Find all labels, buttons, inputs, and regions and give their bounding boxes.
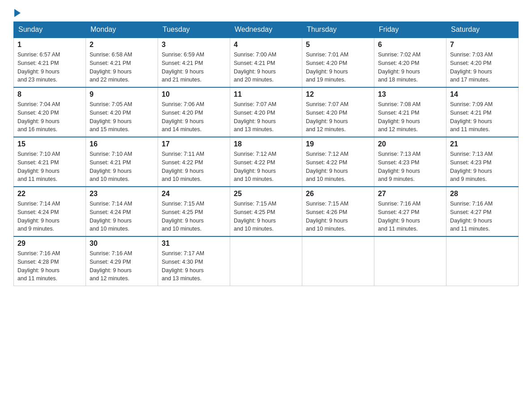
day-info: Sunrise: 7:08 AMSunset: 4:21 PMDaylight:…: [378, 100, 442, 134]
day-info: Sunrise: 7:01 AMSunset: 4:20 PMDaylight:…: [306, 51, 370, 84]
calendar-cell: 23Sunrise: 7:14 AMSunset: 4:24 PMDayligh…: [86, 187, 158, 236]
calendar-week-row: 1Sunrise: 6:57 AMSunset: 4:21 PMDaylight…: [14, 38, 519, 87]
calendar-week-row: 22Sunrise: 7:14 AMSunset: 4:24 PMDayligh…: [14, 187, 519, 236]
calendar-cell: 12Sunrise: 7:07 AMSunset: 4:20 PMDayligh…: [302, 87, 374, 137]
column-header-sunday: Sunday: [14, 22, 86, 38]
day-number: 1: [17, 41, 82, 49]
day-info: Sunrise: 6:57 AMSunset: 4:21 PMDaylight:…: [17, 51, 82, 84]
day-info: Sunrise: 7:09 AMSunset: 4:21 PMDaylight:…: [450, 100, 515, 134]
calendar-cell: 6Sunrise: 7:02 AMSunset: 4:20 PMDaylight…: [374, 38, 446, 87]
calendar-cell: 17Sunrise: 7:11 AMSunset: 4:22 PMDayligh…: [158, 137, 230, 187]
column-header-saturday: Saturday: [446, 22, 519, 38]
day-info: Sunrise: 7:14 AMSunset: 4:24 PMDaylight:…: [90, 200, 154, 233]
calendar-cell: 5Sunrise: 7:01 AMSunset: 4:20 PMDaylight…: [302, 38, 374, 87]
calendar-cell: 19Sunrise: 7:12 AMSunset: 4:22 PMDayligh…: [302, 137, 374, 187]
calendar-cell: 13Sunrise: 7:08 AMSunset: 4:21 PMDayligh…: [374, 87, 446, 137]
calendar-cell: 8Sunrise: 7:04 AMSunset: 4:20 PMDaylight…: [14, 87, 86, 137]
day-number: 14: [450, 90, 515, 98]
day-info: Sunrise: 7:00 AMSunset: 4:21 PMDaylight:…: [234, 51, 298, 84]
day-number: 16: [90, 140, 154, 148]
calendar-table: SundayMondayTuesdayWednesdayThursdayFrid…: [13, 21, 519, 286]
calendar-cell: 15Sunrise: 7:10 AMSunset: 4:21 PMDayligh…: [14, 137, 86, 187]
calendar-cell: 26Sunrise: 7:15 AMSunset: 4:26 PMDayligh…: [302, 187, 374, 236]
day-number: 6: [378, 41, 442, 49]
calendar-body: 1Sunrise: 6:57 AMSunset: 4:21 PMDaylight…: [14, 38, 519, 286]
day-number: 18: [234, 140, 298, 148]
day-info: Sunrise: 7:15 AMSunset: 4:25 PMDaylight:…: [234, 200, 298, 233]
calendar-cell: 29Sunrise: 7:16 AMSunset: 4:28 PMDayligh…: [14, 236, 86, 286]
calendar-cell: [230, 236, 302, 286]
calendar-cell: [374, 236, 446, 286]
day-info: Sunrise: 7:16 AMSunset: 4:27 PMDaylight:…: [450, 200, 515, 233]
day-number: 21: [450, 140, 515, 148]
calendar-cell: 7Sunrise: 7:03 AMSunset: 4:20 PMDaylight…: [446, 38, 519, 87]
day-number: 9: [90, 90, 154, 98]
day-number: 12: [306, 90, 370, 98]
calendar-cell: 24Sunrise: 7:15 AMSunset: 4:25 PMDayligh…: [158, 187, 230, 236]
day-number: 31: [162, 240, 226, 248]
day-info: Sunrise: 7:13 AMSunset: 4:23 PMDaylight:…: [450, 150, 515, 184]
calendar-cell: 16Sunrise: 7:10 AMSunset: 4:21 PMDayligh…: [86, 137, 158, 187]
calendar-week-row: 8Sunrise: 7:04 AMSunset: 4:20 PMDaylight…: [14, 87, 519, 137]
day-info: Sunrise: 7:14 AMSunset: 4:24 PMDaylight:…: [17, 200, 82, 233]
day-number: 10: [162, 90, 226, 98]
day-info: Sunrise: 7:11 AMSunset: 4:22 PMDaylight:…: [162, 150, 226, 184]
logo-arrow-icon: [14, 9, 21, 17]
calendar-cell: 20Sunrise: 7:13 AMSunset: 4:23 PMDayligh…: [374, 137, 446, 187]
calendar-header-row: SundayMondayTuesdayWednesdayThursdayFrid…: [14, 22, 519, 38]
day-number: 13: [378, 90, 442, 98]
day-number: 30: [90, 240, 154, 248]
calendar-cell: 18Sunrise: 7:12 AMSunset: 4:22 PMDayligh…: [230, 137, 302, 187]
calendar-cell: 30Sunrise: 7:16 AMSunset: 4:29 PMDayligh…: [86, 236, 158, 286]
calendar-cell: 21Sunrise: 7:13 AMSunset: 4:23 PMDayligh…: [446, 137, 519, 187]
calendar-cell: 9Sunrise: 7:05 AMSunset: 4:20 PMDaylight…: [86, 87, 158, 137]
calendar-cell: 31Sunrise: 7:17 AMSunset: 4:30 PMDayligh…: [158, 236, 230, 286]
day-info: Sunrise: 7:10 AMSunset: 4:21 PMDaylight:…: [17, 150, 82, 184]
day-number: 15: [17, 140, 82, 148]
day-number: 2: [90, 41, 154, 49]
column-header-monday: Monday: [86, 22, 158, 38]
calendar-cell: 22Sunrise: 7:14 AMSunset: 4:24 PMDayligh…: [14, 187, 86, 236]
day-number: 5: [306, 41, 370, 49]
day-info: Sunrise: 7:16 AMSunset: 4:28 PMDaylight:…: [17, 249, 82, 283]
day-number: 26: [306, 190, 370, 198]
logo: [13, 9, 21, 17]
day-info: Sunrise: 7:13 AMSunset: 4:23 PMDaylight:…: [378, 150, 442, 184]
day-info: Sunrise: 7:17 AMSunset: 4:30 PMDaylight:…: [162, 249, 226, 283]
day-info: Sunrise: 7:07 AMSunset: 4:20 PMDaylight:…: [306, 100, 370, 134]
day-number: 24: [162, 190, 226, 198]
day-number: 27: [378, 190, 442, 198]
day-number: 8: [17, 90, 82, 98]
calendar-cell: [302, 236, 374, 286]
day-info: Sunrise: 7:02 AMSunset: 4:20 PMDaylight:…: [378, 51, 442, 84]
calendar-cell: 27Sunrise: 7:16 AMSunset: 4:27 PMDayligh…: [374, 187, 446, 236]
day-number: 4: [234, 41, 298, 49]
day-info: Sunrise: 7:15 AMSunset: 4:26 PMDaylight:…: [306, 200, 370, 233]
day-info: Sunrise: 7:12 AMSunset: 4:22 PMDaylight:…: [234, 150, 298, 184]
calendar-cell: 4Sunrise: 7:00 AMSunset: 4:21 PMDaylight…: [230, 38, 302, 87]
day-info: Sunrise: 6:59 AMSunset: 4:21 PMDaylight:…: [162, 51, 226, 84]
day-number: 22: [17, 190, 82, 198]
day-number: 28: [450, 190, 515, 198]
day-number: 3: [162, 41, 226, 49]
day-info: Sunrise: 6:58 AMSunset: 4:21 PMDaylight:…: [90, 51, 154, 84]
column-header-wednesday: Wednesday: [230, 22, 302, 38]
day-info: Sunrise: 7:10 AMSunset: 4:21 PMDaylight:…: [90, 150, 154, 184]
day-info: Sunrise: 7:15 AMSunset: 4:25 PMDaylight:…: [162, 200, 226, 233]
calendar-week-row: 29Sunrise: 7:16 AMSunset: 4:28 PMDayligh…: [14, 236, 519, 286]
calendar-cell: 1Sunrise: 6:57 AMSunset: 4:21 PMDaylight…: [14, 38, 86, 87]
column-header-friday: Friday: [374, 22, 446, 38]
column-header-thursday: Thursday: [302, 22, 374, 38]
day-info: Sunrise: 7:12 AMSunset: 4:22 PMDaylight:…: [306, 150, 370, 184]
page-header: [13, 9, 519, 17]
column-header-tuesday: Tuesday: [158, 22, 230, 38]
day-number: 25: [234, 190, 298, 198]
calendar-cell: 11Sunrise: 7:07 AMSunset: 4:20 PMDayligh…: [230, 87, 302, 137]
day-info: Sunrise: 7:07 AMSunset: 4:20 PMDaylight:…: [234, 100, 298, 134]
day-info: Sunrise: 7:16 AMSunset: 4:29 PMDaylight:…: [90, 249, 154, 283]
day-number: 23: [90, 190, 154, 198]
day-info: Sunrise: 7:16 AMSunset: 4:27 PMDaylight:…: [378, 200, 442, 233]
day-number: 7: [450, 41, 515, 49]
day-info: Sunrise: 7:03 AMSunset: 4:20 PMDaylight:…: [450, 51, 515, 84]
calendar-week-row: 15Sunrise: 7:10 AMSunset: 4:21 PMDayligh…: [14, 137, 519, 187]
